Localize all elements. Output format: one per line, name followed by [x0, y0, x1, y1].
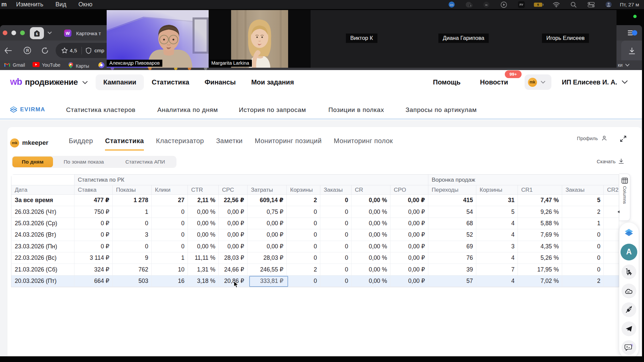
- bookmarks-overflow[interactable]: ки: [618, 62, 630, 68]
- evirma-logo-icon[interactable]: [622, 225, 636, 239]
- table-cell[interactable]: 0,00 ₽: [248, 229, 287, 241]
- news-link[interactable]: Новости: [480, 78, 508, 86]
- table-cell[interactable]: 0,00 %: [188, 206, 219, 218]
- table-cell[interactable]: 0: [320, 218, 352, 229]
- table-cell[interactable]: 0: [152, 218, 188, 229]
- table-cell[interactable]: 2,11 %: [188, 195, 219, 206]
- table-cell[interactable]: 7: [476, 264, 518, 275]
- app-menu-partial[interactable]: m: [1, 1, 10, 8]
- table-cell[interactable]: 0,00 %: [352, 195, 390, 206]
- help-link[interactable]: Помощь: [433, 78, 461, 86]
- table-column-header[interactable]: Клики: [152, 185, 188, 195]
- table-cell[interactable]: 0,75 ₽: [248, 206, 287, 218]
- table-cell[interactable]: 0: [320, 195, 352, 206]
- menu-item[interactable]: Окно: [72, 1, 99, 8]
- table-cell[interactable]: 0,00 %: [352, 206, 390, 218]
- table-cell[interactable]: 1,31 %: [188, 264, 219, 275]
- plug-icon[interactable]: [622, 302, 636, 317]
- table-cell[interactable]: 20.03.2026 (Пт): [11, 276, 74, 287]
- table-cell[interactable]: 24.03.2026 (Вт): [11, 229, 74, 241]
- table-cell[interactable]: 0: [320, 252, 352, 264]
- table-cell[interactable]: 27: [152, 195, 188, 206]
- table-cell[interactable]: [604, 276, 619, 287]
- table-cell[interactable]: 0,00 %: [188, 241, 219, 252]
- table-cell[interactable]: 3: [476, 241, 518, 252]
- table-cell[interactable]: 9: [113, 252, 152, 264]
- table-column-header[interactable]: Заказы: [562, 185, 604, 195]
- reload-icon[interactable]: [41, 47, 49, 56]
- evirma-nav-item[interactable]: История по запросам: [239, 106, 306, 114]
- table-cell[interactable]: 4: [476, 229, 518, 241]
- table-cell[interactable]: 0: [562, 252, 604, 264]
- zoom-participant-tile[interactable]: Виктор К: [311, 10, 413, 68]
- table-cell[interactable]: 0,00 ₽: [219, 206, 248, 218]
- table-cell[interactable]: 25.03.2026 (Ср): [11, 218, 74, 229]
- table-cell[interactable]: 0,00 %: [352, 264, 390, 275]
- table-cell[interactable]: 23.03.2026 (Пн): [11, 241, 74, 252]
- messenger-badge-icon[interactable]: 3: [464, 0, 474, 9]
- window-minimize-button[interactable]: [11, 31, 16, 35]
- view-pill[interactable]: Статистика АПИ: [115, 157, 176, 167]
- chat-icon[interactable]: [622, 340, 636, 355]
- table-cell[interactable]: 0 ₽: [74, 218, 113, 229]
- table-cell[interactable]: 0,00 %: [352, 229, 390, 241]
- table-cell[interactable]: 21.03.2026 (Сб): [11, 264, 74, 275]
- table-cell[interactable]: 16: [152, 276, 188, 287]
- table-cell[interactable]: 664 ₽: [74, 276, 113, 287]
- table-cell[interactable]: 0,00 %: [352, 252, 390, 264]
- table-cell[interactable]: 31: [476, 195, 518, 206]
- table-cell[interactable]: [604, 206, 619, 218]
- bookmark-карты[interactable]: Карты: [68, 62, 89, 70]
- table-cell[interactable]: 76: [428, 252, 476, 264]
- profile-button[interactable]: Профиль: [577, 135, 607, 141]
- wifi-icon[interactable]: [551, 0, 561, 9]
- menu-item[interactable]: Вид: [49, 1, 72, 8]
- table-cell[interactable]: 0,00 ₽: [390, 218, 428, 229]
- table-cell[interactable]: 4,35 %: [518, 241, 562, 252]
- table-cell[interactable]: 0,00 %: [352, 218, 390, 229]
- table-cell[interactable]: 324 ₽: [74, 264, 113, 275]
- wb-nav-item[interactable]: Мои задания: [244, 74, 302, 90]
- zoom-app-icon[interactable]: zm: [446, 0, 457, 9]
- table-column-header[interactable]: Затраты: [248, 185, 287, 195]
- evirma-nav-item[interactable]: Аналитика по дням: [157, 106, 218, 114]
- table-cell[interactable]: 4: [476, 276, 518, 287]
- table-column-header[interactable]: CR: [352, 185, 390, 195]
- table-column-header[interactable]: CPO: [390, 185, 428, 195]
- table-column-header[interactable]: Показы: [113, 185, 152, 195]
- mkeeper-tab[interactable]: Мониторинг позиций: [255, 133, 322, 149]
- table-cell[interactable]: 2: [562, 206, 604, 218]
- columns-button[interactable]: Columns: [619, 174, 630, 221]
- table-cell[interactable]: За все время: [11, 195, 74, 206]
- table-cell[interactable]: 1: [562, 218, 604, 229]
- table-column-header[interactable]: Корзины: [287, 185, 320, 195]
- table-cell[interactable]: 2: [287, 195, 320, 206]
- table-cell[interactable]: 609,14 ₽: [248, 195, 287, 206]
- table-cell[interactable]: 0: [320, 276, 352, 287]
- play-circle-icon[interactable]: [499, 0, 509, 9]
- table-cell[interactable]: 20,86 ₽: [219, 276, 248, 287]
- table-cell[interactable]: 7,02 %: [518, 276, 562, 287]
- table-cell[interactable]: 0,00 ₽: [248, 218, 287, 229]
- table-cell[interactable]: 28,03 ₽: [248, 252, 287, 264]
- table-cell[interactable]: 10: [152, 264, 188, 275]
- table-cell[interactable]: 7,47 %: [518, 195, 562, 206]
- table-cell[interactable]: 0,00 ₽: [390, 276, 428, 287]
- table-cell[interactable]: 1: [152, 252, 188, 264]
- menu-item[interactable]: Изменить: [10, 1, 49, 8]
- menu-bar-clock[interactable]: Пт, 27 м: [620, 2, 644, 8]
- table-cell[interactable]: 3: [113, 229, 152, 241]
- table-cell[interactable]: 750 ₽: [74, 206, 113, 218]
- mkeeper-tab[interactable]: Кластеризатор: [156, 133, 204, 149]
- evirma-nav-item[interactable]: Запросы по артикулам: [406, 106, 477, 114]
- browser-active-tab[interactable]: W Карточка т: [64, 27, 101, 39]
- table-cell[interactable]: 0: [320, 229, 352, 241]
- bookmark-[interactable]: [98, 62, 107, 69]
- table-cell[interactable]: 0,00 ₽: [390, 241, 428, 252]
- table-cell[interactable]: 0: [287, 206, 320, 218]
- table-cell[interactable]: 0,00 %: [352, 276, 390, 287]
- table-cell[interactable]: 1 278: [113, 195, 152, 206]
- table-cell[interactable]: 0: [152, 229, 188, 241]
- table-cell[interactable]: 22,56 ₽: [219, 195, 248, 206]
- bookmark-youtube[interactable]: YouTube: [33, 62, 60, 68]
